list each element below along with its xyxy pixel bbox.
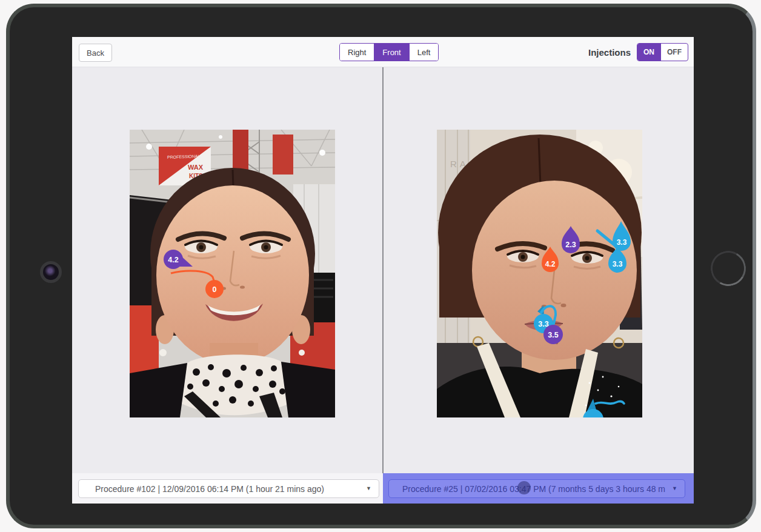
- tab-front-view[interactable]: Front: [374, 44, 408, 61]
- chevron-down-icon: ▼: [672, 486, 677, 491]
- view-segmented-control: Right Front Left: [339, 43, 439, 61]
- top-toolbar: Back Right Front Left Injections ON OFF: [72, 37, 694, 67]
- patient-photo-left: PROFESSIONAL WAX KITS: [130, 130, 335, 417]
- right-procedure-select[interactable]: Procedure #25 | 07/02/2016 03:47 PM (7 m…: [388, 479, 685, 498]
- right-procedure-panel: RA: [382, 67, 694, 473]
- right-procedure-select-value: Procedure #25 | 07/02/2016 03:47 PM (7 m…: [389, 484, 665, 494]
- svg-text:3.3: 3.3: [617, 238, 627, 247]
- app-screen: Back Right Front Left Injections ON OFF: [72, 37, 694, 504]
- photo-right-face: [437, 135, 642, 417]
- chevron-down-icon: ▼: [366, 486, 371, 491]
- left-procedure-select-value: Procedure #102 | 12/09/2016 06:14 PM (1 …: [79, 484, 324, 494]
- svg-text:WAX: WAX: [188, 164, 204, 171]
- tablet-home-button-ring: [706, 247, 749, 290]
- comparison-area: PROFESSIONAL WAX KITS: [72, 67, 694, 473]
- injections-toggle-group: Injections ON OFF: [588, 43, 688, 61]
- tab-left-view[interactable]: Left: [409, 44, 439, 61]
- left-procedure-panel: PROFESSIONAL WAX KITS: [72, 67, 382, 473]
- svg-text:0: 0: [213, 285, 217, 294]
- injections-label: Injections: [588, 47, 631, 58]
- back-button[interactable]: Back: [79, 44, 112, 62]
- procedure-selector-bar: Procedure #102 | 12/09/2016 06:14 PM (1 …: [72, 473, 694, 504]
- svg-text:4.2: 4.2: [168, 256, 178, 264]
- svg-text:2.3: 2.3: [565, 241, 576, 249]
- injection-pin[interactable]: 3.5: [543, 325, 563, 344]
- left-procedure-select[interactable]: Procedure #102 | 12/09/2016 06:14 PM (1 …: [78, 479, 379, 498]
- injections-on-button[interactable]: ON: [637, 44, 660, 61]
- tab-right-view[interactable]: Right: [340, 44, 374, 61]
- tablet-camera-icon: [40, 261, 62, 283]
- injection-pin[interactable]: 0: [205, 280, 224, 298]
- svg-text:3.3: 3.3: [613, 260, 623, 268]
- left-selector-strip: Procedure #102 | 12/09/2016 06:14 PM (1 …: [72, 473, 383, 504]
- injections-off-button[interactable]: OFF: [660, 44, 688, 61]
- right-selector-strip: Procedure #25 | 07/02/2016 03:47 PM (7 m…: [383, 473, 694, 504]
- patient-photo-right: RA: [437, 130, 642, 417]
- tablet-frame: Back Right Front Left Injections ON OFF: [6, 4, 756, 528]
- svg-text:4.2: 4.2: [545, 260, 556, 268]
- svg-text:3.5: 3.5: [548, 331, 558, 339]
- injections-toggle: ON OFF: [637, 43, 688, 61]
